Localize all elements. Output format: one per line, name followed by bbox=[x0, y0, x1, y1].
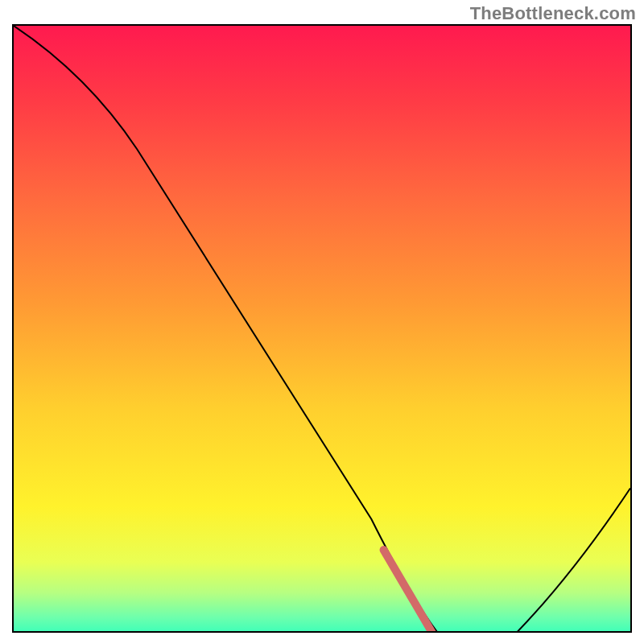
highlight-segment bbox=[384, 550, 436, 633]
chart-frame: TheBottleneck.com bbox=[0, 0, 644, 644]
plot-area bbox=[12, 24, 632, 633]
attribution-label: TheBottleneck.com bbox=[470, 3, 636, 24]
bottleneck-curve bbox=[14, 26, 630, 633]
curve-layer bbox=[14, 26, 630, 633]
